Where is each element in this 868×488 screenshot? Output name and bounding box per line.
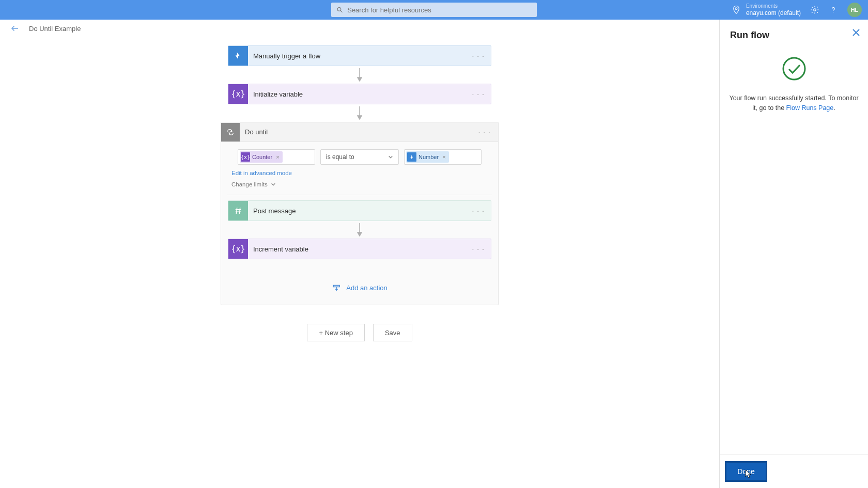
close-panel-button[interactable] [853, 29, 860, 37]
back-arrow-icon[interactable] [10, 24, 20, 33]
search-input[interactable] [347, 6, 532, 14]
svg-point-3 [814, 9, 816, 11]
avatar[interactable]: HL [847, 3, 862, 17]
svg-line-1 [340, 11, 342, 12]
gear-icon[interactable] [810, 5, 819, 14]
svg-point-0 [337, 8, 341, 11]
environment-label: Environments [746, 3, 801, 9]
top-navbar: Environments enayu.com (default) HL [0, 0, 868, 20]
svg-point-2 [735, 8, 737, 10]
help-icon[interactable] [829, 5, 838, 14]
page-title: Do Until Example [29, 25, 81, 33]
search-icon [336, 6, 343, 13]
environment-name: enayu.com (default) [746, 9, 801, 17]
environment-icon [732, 5, 741, 14]
close-icon [853, 29, 860, 36]
run-flow-panel: Run flow Your flow run successfully star… [719, 20, 868, 37]
svg-point-4 [833, 12, 833, 12]
search-box[interactable] [331, 3, 537, 17]
panel-title: Run flow [730, 30, 858, 37]
environment-picker[interactable]: Environments enayu.com (default) [732, 3, 801, 17]
